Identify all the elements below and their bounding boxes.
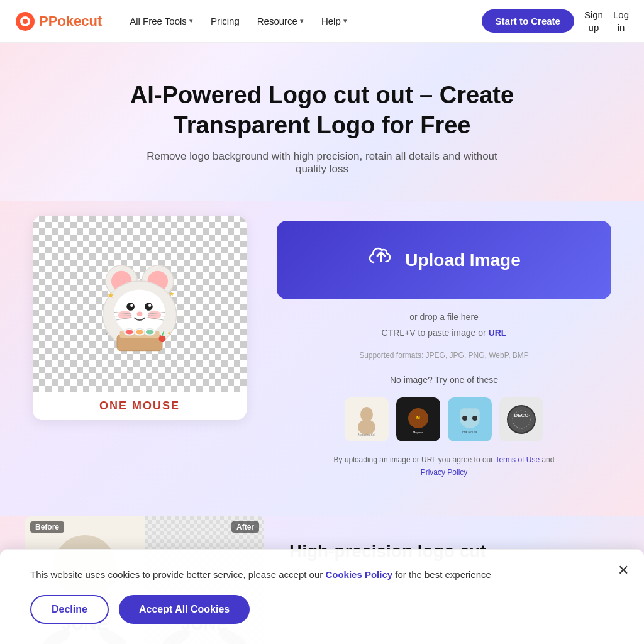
upload-image-button[interactable]: Upload Image — [277, 221, 611, 299]
decline-button[interactable]: Decline — [30, 595, 109, 624]
after-label: After — [231, 521, 259, 533]
cookie-text: This website uses cookies to provide bet… — [30, 567, 596, 582]
svg-point-52 — [508, 406, 535, 433]
svg-text:M: M — [416, 416, 420, 420]
svg-point-49 — [472, 416, 477, 421]
svg-point-25 — [126, 330, 134, 334]
chevron-down-icon-3: ▾ — [343, 17, 347, 25]
nav-all-free-tools[interactable]: All Free Tools ▾ — [122, 11, 201, 31]
upload-cloud-icon — [367, 243, 395, 277]
sign-up-button[interactable]: Sign up — [584, 9, 603, 33]
privacy-policy-link[interactable]: Privacy Policy — [421, 468, 468, 477]
accept-all-cookies-button[interactable]: Accept All Cookies — [119, 595, 250, 624]
sample-label: No image? Try one of these — [277, 375, 611, 385]
upload-button-text: Upload Image — [405, 250, 521, 270]
svg-text:★: ★ — [107, 291, 114, 300]
svg-point-34 — [159, 335, 166, 342]
url-link[interactable]: URL — [489, 328, 507, 338]
svg-point-10 — [145, 303, 153, 311]
svg-text:ONE MOUSE: ONE MOUSE — [462, 431, 478, 434]
hero-subtitle: Remove logo background with high precisi… — [133, 150, 511, 175]
svg-point-14 — [148, 311, 162, 319]
nav-help[interactable]: Help ▾ — [314, 11, 355, 31]
nav-links: All Free Tools ▾ Pricing Resource ▾ Help… — [122, 11, 481, 31]
svg-point-11 — [130, 304, 133, 307]
svg-point-15 — [137, 312, 143, 316]
hero-section: AI-Powered Logo cut out – Create Transpa… — [0, 43, 644, 201]
svg-point-27 — [136, 330, 144, 334]
terms-of-use-link[interactable]: Terms of Use — [495, 455, 540, 464]
cookie-content: This website uses cookies to provide bet… — [30, 567, 596, 624]
svg-point-9 — [126, 303, 135, 311]
logo-icon — [15, 11, 35, 31]
svg-text:★: ★ — [169, 291, 174, 297]
upload-container: ★ ★ ✦ • ONE MOUSE — [33, 216, 611, 479]
svg-text:Mugcake: Mugcake — [413, 431, 424, 434]
logo[interactable]: PPokecut — [15, 11, 102, 31]
chevron-down-icon-2: ▾ — [300, 17, 304, 25]
before-label: Before — [30, 521, 64, 533]
preview-card: ★ ★ ✦ • ONE MOUSE — [33, 216, 247, 420]
svg-point-12 — [148, 304, 152, 307]
preview-illustration: ★ ★ ✦ • — [70, 235, 209, 373]
svg-text:Natasha Sol: Natasha Sol — [358, 433, 375, 436]
chevron-down-icon: ▾ — [189, 17, 193, 25]
hero-title: AI-Powered Logo cut out – Create Transpa… — [70, 80, 574, 140]
nav-resource[interactable]: Resource ▾ — [250, 11, 311, 31]
logo-text: PPokecut — [39, 13, 102, 30]
svg-text:DECO: DECO — [514, 413, 528, 418]
svg-point-2 — [23, 19, 28, 24]
sample-image-1[interactable]: Natasha Sol — [345, 397, 389, 441]
upload-drop-hint: or drop a file here CTRL+V to paste imag… — [277, 309, 611, 341]
terms-text: By uploading an image or URL you agree t… — [277, 454, 611, 478]
sample-image-3[interactable]: ONE MOUSE — [448, 397, 492, 441]
sample-image-4[interactable]: DECO — [499, 397, 543, 441]
sample-image-2[interactable]: M Mugcake — [396, 397, 440, 441]
svg-text:✦: ✦ — [167, 330, 172, 336]
svg-point-29 — [146, 330, 154, 334]
cookie-banner: ✕ This website uses cookies to provide b… — [0, 549, 644, 644]
upload-formats: Supported formats: JPEG, JPG, PNG, WebP,… — [277, 351, 611, 360]
checkerboard-bg: ★ ★ ✦ • — [33, 216, 247, 392]
cookie-close-button[interactable]: ✕ — [618, 562, 629, 579]
cookies-policy-link[interactable]: Cookies Policy — [325, 569, 392, 580]
upload-panel: Upload Image or drop a file here CTRL+V … — [277, 216, 611, 479]
cookie-buttons: Decline Accept All Cookies — [30, 595, 596, 624]
nav-pricing[interactable]: Pricing — [203, 11, 247, 31]
sample-images: Natasha Sol M Mugcake — [277, 397, 611, 441]
navbar: PPokecut All Free Tools ▾ Pricing Resour… — [0, 0, 644, 43]
svg-point-13 — [118, 311, 132, 319]
upload-section: ★ ★ ✦ • ONE MOUSE — [0, 201, 644, 516]
svg-point-48 — [462, 416, 467, 421]
preview-label: ONE MOUSE — [33, 392, 247, 420]
log-in-button[interactable]: Log in — [613, 9, 629, 33]
nav-right: Start to Create Sign up Log in — [482, 9, 629, 33]
start-to-create-button[interactable]: Start to Create — [482, 9, 574, 33]
mouse-svg: ★ ★ ✦ • — [83, 247, 196, 360]
